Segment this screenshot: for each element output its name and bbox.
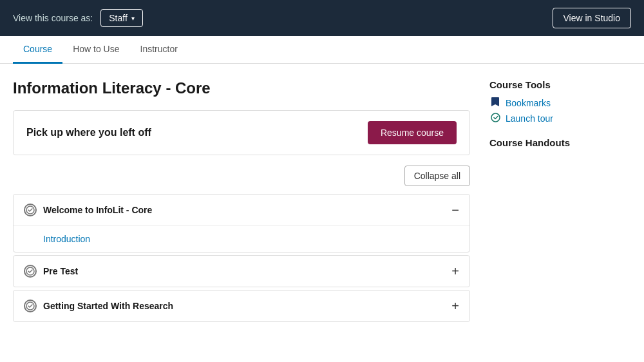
collapse-row: Collapse all bbox=[13, 166, 470, 186]
staff-dropdown[interactable]: Staff ▾ bbox=[100, 9, 143, 27]
section-getting-started-header[interactable]: Getting Started With Research + bbox=[14, 291, 469, 321]
resume-course-button[interactable]: Resume course bbox=[368, 121, 457, 144]
launch-tour-item[interactable]: Launch tour bbox=[489, 113, 631, 124]
section-pretest-header[interactable]: Pre Test + bbox=[14, 256, 469, 287]
check-icon-pretest bbox=[24, 265, 37, 278]
section-getting-started-toggle[interactable]: + bbox=[451, 300, 459, 312]
course-tools-sidebar: Course Tools Bookmarks Launch tour Cours… bbox=[489, 79, 631, 325]
nav-tabs: Course How to Use Instructor bbox=[0, 36, 644, 64]
tab-course[interactable]: Course bbox=[13, 36, 62, 64]
section-pretest: Pre Test + bbox=[13, 255, 470, 287]
section-welcome-title: Welcome to InfoLit - Core bbox=[43, 205, 152, 215]
chevron-down-icon: ▾ bbox=[131, 15, 135, 22]
resume-card-text: Pick up where you left off bbox=[26, 127, 151, 138]
bookmark-icon bbox=[489, 97, 501, 109]
subsection-intro: Introduction bbox=[14, 225, 469, 252]
check-icon-getting-started bbox=[24, 300, 37, 312]
svg-point-3 bbox=[491, 113, 500, 122]
section-getting-started-title: Getting Started With Research bbox=[43, 301, 173, 311]
section-pretest-title: Pre Test bbox=[43, 266, 78, 276]
resume-card: Pick up where you left off Resume course bbox=[13, 110, 470, 155]
check-icon-welcome bbox=[24, 204, 37, 216]
staff-dropdown-label: Staff bbox=[109, 13, 128, 23]
section-welcome-header-left: Welcome to InfoLit - Core bbox=[24, 204, 152, 216]
content-left: Information Literacy - Core Pick up wher… bbox=[13, 79, 470, 325]
section-getting-started: Getting Started With Research + bbox=[13, 290, 470, 322]
section-pretest-header-left: Pre Test bbox=[24, 265, 78, 278]
course-tools-title: Course Tools bbox=[489, 79, 631, 90]
collapse-all-button[interactable]: Collapse all bbox=[404, 166, 470, 186]
bookmarks-item[interactable]: Bookmarks bbox=[489, 97, 631, 109]
section-getting-started-header-left: Getting Started With Research bbox=[24, 300, 173, 312]
tab-instructor[interactable]: Instructor bbox=[130, 36, 188, 64]
subsection-intro-link[interactable]: Introduction bbox=[43, 234, 90, 244]
view-in-studio-button[interactable]: View in Studio bbox=[553, 8, 631, 28]
bookmarks-label: Bookmarks bbox=[506, 98, 551, 108]
top-bar: View this course as: Staff ▾ View in Stu… bbox=[0, 0, 644, 36]
course-handouts-title: Course Handouts bbox=[489, 137, 631, 148]
course-title: Information Literacy - Core bbox=[13, 79, 470, 97]
tab-how-to-use[interactable]: How to Use bbox=[62, 36, 129, 64]
section-pretest-toggle[interactable]: + bbox=[451, 265, 459, 278]
launch-tour-icon bbox=[489, 113, 501, 124]
top-bar-left: View this course as: Staff ▾ bbox=[13, 9, 143, 27]
section-welcome-toggle[interactable]: − bbox=[451, 204, 459, 216]
main-content: Information Literacy - Core Pick up wher… bbox=[0, 64, 644, 338]
launch-tour-label: Launch tour bbox=[506, 113, 553, 124]
view-as-label: View this course as: bbox=[13, 13, 93, 23]
section-welcome-header[interactable]: Welcome to InfoLit - Core − bbox=[14, 195, 469, 225]
section-welcome: Welcome to InfoLit - Core − Introduction bbox=[13, 194, 470, 252]
